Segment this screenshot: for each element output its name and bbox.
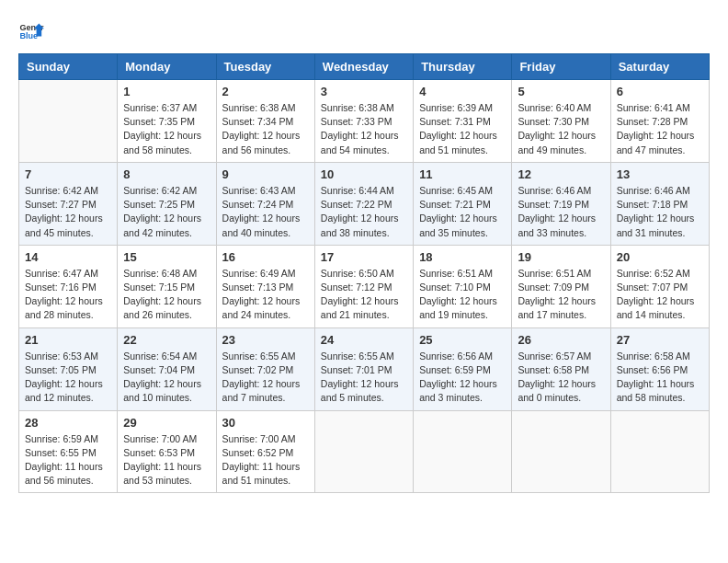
day-header-friday: Friday xyxy=(512,54,610,80)
day-info: Sunrise: 7:00 AM Sunset: 6:52 PM Dayligh… xyxy=(222,432,309,488)
day-number: 11 xyxy=(419,167,506,181)
day-number: 20 xyxy=(617,250,703,264)
day-number: 23 xyxy=(222,333,309,347)
calendar-cell xyxy=(314,410,413,493)
day-info: Sunrise: 6:56 AM Sunset: 6:59 PM Dayligh… xyxy=(419,350,506,406)
calendar-cell: 2Sunrise: 6:38 AM Sunset: 7:34 PM Daylig… xyxy=(216,80,314,163)
day-number: 9 xyxy=(222,167,309,181)
day-info: Sunrise: 6:53 AM Sunset: 7:05 PM Dayligh… xyxy=(25,350,111,406)
day-info: Sunrise: 6:46 AM Sunset: 7:19 PM Dayligh… xyxy=(518,184,604,240)
week-row-5: 28Sunrise: 6:59 AM Sunset: 6:55 PM Dayli… xyxy=(19,410,710,493)
day-number: 14 xyxy=(25,250,111,264)
calendar-cell: 15Sunrise: 6:48 AM Sunset: 7:15 PM Dayli… xyxy=(118,245,216,327)
calendar-cell: 10Sunrise: 6:44 AM Sunset: 7:22 PM Dayli… xyxy=(314,162,413,245)
day-info: Sunrise: 7:00 AM Sunset: 6:53 PM Dayligh… xyxy=(123,432,210,488)
calendar-cell: 5Sunrise: 6:40 AM Sunset: 7:30 PM Daylig… xyxy=(512,80,610,163)
calendar-cell: 22Sunrise: 6:54 AM Sunset: 7:04 PM Dayli… xyxy=(118,327,216,410)
week-row-2: 7Sunrise: 6:42 AM Sunset: 7:27 PM Daylig… xyxy=(19,162,710,245)
day-info: Sunrise: 6:46 AM Sunset: 7:18 PM Dayligh… xyxy=(617,184,703,240)
day-number: 3 xyxy=(321,85,407,98)
day-info: Sunrise: 6:38 AM Sunset: 7:34 PM Dayligh… xyxy=(222,101,309,157)
calendar-cell: 4Sunrise: 6:39 AM Sunset: 7:31 PM Daylig… xyxy=(414,80,512,163)
day-number: 21 xyxy=(25,333,111,347)
day-number: 26 xyxy=(518,333,604,347)
calendar-cell: 7Sunrise: 6:42 AM Sunset: 7:27 PM Daylig… xyxy=(19,162,118,245)
day-info: Sunrise: 6:42 AM Sunset: 7:27 PM Dayligh… xyxy=(25,184,111,240)
day-number: 5 xyxy=(518,85,604,98)
calendar-cell: 26Sunrise: 6:57 AM Sunset: 6:58 PM Dayli… xyxy=(512,327,610,410)
day-info: Sunrise: 6:49 AM Sunset: 7:13 PM Dayligh… xyxy=(222,267,309,323)
calendar-cell: 29Sunrise: 7:00 AM Sunset: 6:53 PM Dayli… xyxy=(118,410,216,493)
day-info: Sunrise: 6:43 AM Sunset: 7:24 PM Dayligh… xyxy=(222,184,309,240)
calendar-cell: 17Sunrise: 6:50 AM Sunset: 7:12 PM Dayli… xyxy=(314,245,413,327)
day-header-wednesday: Wednesday xyxy=(314,54,413,80)
day-info: Sunrise: 6:58 AM Sunset: 6:56 PM Dayligh… xyxy=(617,350,703,406)
day-number: 17 xyxy=(321,250,407,264)
day-number: 15 xyxy=(123,250,210,264)
logo: General Blue xyxy=(18,18,44,44)
day-number: 12 xyxy=(518,167,604,181)
day-header-thursday: Thursday xyxy=(414,54,512,80)
day-number: 19 xyxy=(518,250,604,264)
day-info: Sunrise: 6:40 AM Sunset: 7:30 PM Dayligh… xyxy=(518,101,604,157)
calendar-cell: 24Sunrise: 6:55 AM Sunset: 7:01 PM Dayli… xyxy=(314,327,413,410)
day-info: Sunrise: 6:45 AM Sunset: 7:21 PM Dayligh… xyxy=(419,184,506,240)
day-number: 24 xyxy=(321,333,407,347)
calendar-cell: 20Sunrise: 6:52 AM Sunset: 7:07 PM Dayli… xyxy=(610,245,709,327)
day-number: 25 xyxy=(419,333,506,347)
day-number: 29 xyxy=(123,416,210,430)
calendar-cell: 28Sunrise: 6:59 AM Sunset: 6:55 PM Dayli… xyxy=(19,410,118,493)
header: General Blue xyxy=(18,18,710,44)
day-number: 27 xyxy=(617,333,703,347)
day-header-saturday: Saturday xyxy=(610,54,709,80)
day-number: 10 xyxy=(321,167,407,181)
svg-text:Blue: Blue xyxy=(19,31,38,40)
calendar-cell: 3Sunrise: 6:38 AM Sunset: 7:33 PM Daylig… xyxy=(314,80,413,163)
day-number: 2 xyxy=(222,85,309,98)
day-number: 7 xyxy=(25,167,111,181)
calendar-cell: 23Sunrise: 6:55 AM Sunset: 7:02 PM Dayli… xyxy=(216,327,314,410)
day-info: Sunrise: 6:52 AM Sunset: 7:07 PM Dayligh… xyxy=(617,267,703,323)
day-info: Sunrise: 6:55 AM Sunset: 7:02 PM Dayligh… xyxy=(222,350,309,406)
calendar-cell: 8Sunrise: 6:42 AM Sunset: 7:25 PM Daylig… xyxy=(118,162,216,245)
calendar-cell: 9Sunrise: 6:43 AM Sunset: 7:24 PM Daylig… xyxy=(216,162,314,245)
day-info: Sunrise: 6:41 AM Sunset: 7:28 PM Dayligh… xyxy=(617,101,703,157)
calendar-cell: 13Sunrise: 6:46 AM Sunset: 7:18 PM Dayli… xyxy=(610,162,709,245)
week-row-1: 1Sunrise: 6:37 AM Sunset: 7:35 PM Daylig… xyxy=(19,80,710,163)
day-number: 30 xyxy=(222,416,309,430)
day-number: 18 xyxy=(419,250,506,264)
calendar-cell: 12Sunrise: 6:46 AM Sunset: 7:19 PM Dayli… xyxy=(512,162,610,245)
day-info: Sunrise: 6:55 AM Sunset: 7:01 PM Dayligh… xyxy=(321,350,407,406)
calendar-cell: 1Sunrise: 6:37 AM Sunset: 7:35 PM Daylig… xyxy=(118,80,216,163)
week-row-3: 14Sunrise: 6:47 AM Sunset: 7:16 PM Dayli… xyxy=(19,245,710,327)
calendar-table: SundayMondayTuesdayWednesdayThursdayFrid… xyxy=(18,53,710,493)
week-row-4: 21Sunrise: 6:53 AM Sunset: 7:05 PM Dayli… xyxy=(19,327,710,410)
calendar-cell: 27Sunrise: 6:58 AM Sunset: 6:56 PM Dayli… xyxy=(610,327,709,410)
calendar-cell: 30Sunrise: 7:00 AM Sunset: 6:52 PM Dayli… xyxy=(216,410,314,493)
day-number: 8 xyxy=(123,167,210,181)
day-header-tuesday: Tuesday xyxy=(216,54,314,80)
calendar-cell: 25Sunrise: 6:56 AM Sunset: 6:59 PM Dayli… xyxy=(414,327,512,410)
calendar-cell: 21Sunrise: 6:53 AM Sunset: 7:05 PM Dayli… xyxy=(19,327,118,410)
day-info: Sunrise: 6:54 AM Sunset: 7:04 PM Dayligh… xyxy=(123,350,210,406)
day-number: 4 xyxy=(419,85,506,98)
day-number: 28 xyxy=(25,416,111,430)
day-info: Sunrise: 6:48 AM Sunset: 7:15 PM Dayligh… xyxy=(123,267,210,323)
calendar-cell: 19Sunrise: 6:51 AM Sunset: 7:09 PM Dayli… xyxy=(512,245,610,327)
day-info: Sunrise: 6:51 AM Sunset: 7:09 PM Dayligh… xyxy=(518,267,604,323)
day-number: 1 xyxy=(123,85,210,98)
day-info: Sunrise: 6:57 AM Sunset: 6:58 PM Dayligh… xyxy=(518,350,604,406)
calendar-cell: 14Sunrise: 6:47 AM Sunset: 7:16 PM Dayli… xyxy=(19,245,118,327)
calendar-body: 1Sunrise: 6:37 AM Sunset: 7:35 PM Daylig… xyxy=(19,80,710,493)
day-info: Sunrise: 6:38 AM Sunset: 7:33 PM Dayligh… xyxy=(321,101,407,157)
calendar-cell xyxy=(19,80,118,163)
day-info: Sunrise: 6:37 AM Sunset: 7:35 PM Dayligh… xyxy=(123,101,210,157)
calendar-cell: 11Sunrise: 6:45 AM Sunset: 7:21 PM Dayli… xyxy=(414,162,512,245)
day-info: Sunrise: 6:39 AM Sunset: 7:31 PM Dayligh… xyxy=(419,101,506,157)
day-number: 22 xyxy=(123,333,210,347)
day-number: 16 xyxy=(222,250,309,264)
logo-icon: General Blue xyxy=(18,18,44,44)
calendar-cell: 18Sunrise: 6:51 AM Sunset: 7:10 PM Dayli… xyxy=(414,245,512,327)
day-info: Sunrise: 6:42 AM Sunset: 7:25 PM Dayligh… xyxy=(123,184,210,240)
day-header-monday: Monday xyxy=(118,54,216,80)
